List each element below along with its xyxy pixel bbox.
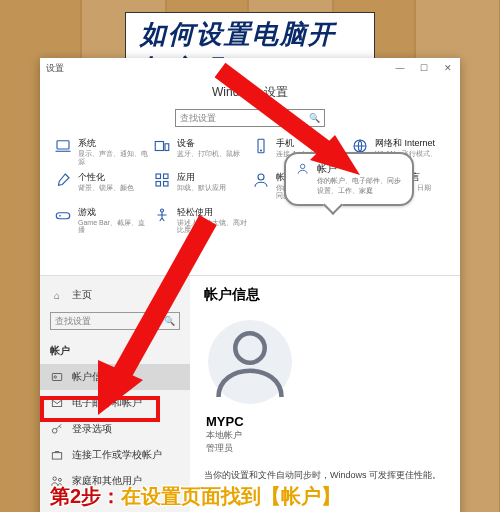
settings-tile-apps[interactable]: 应用卸载、默认应用 xyxy=(153,171,248,199)
sidebar-home[interactable]: ⌂ 主页 xyxy=(40,282,190,308)
svg-rect-2 xyxy=(165,144,169,151)
sidebar: ⌂ 主页 查找设置 🔍 帐户 帐户信息电子邮件和帐户登录选项连接工作或学校帐户家… xyxy=(40,276,190,512)
settings-tile-game[interactable]: 游戏Game Bar、截屏、直播 xyxy=(54,206,149,234)
svg-rect-19 xyxy=(52,453,61,459)
game-icon xyxy=(54,206,72,224)
home-icon: ⌂ xyxy=(50,288,64,302)
bubble-heading: 帐户 xyxy=(317,162,402,176)
minimize-button[interactable]: — xyxy=(388,63,412,73)
tile-heading: 设备 xyxy=(177,137,240,150)
window-title: Windows 设置 xyxy=(40,84,460,101)
account-heading: 帐户信息 xyxy=(204,286,446,304)
svg-point-4 xyxy=(261,150,262,151)
accounts-callout-bubble: 帐户 你的帐户、电子邮件、同步设置、工作、家庭 xyxy=(284,152,414,206)
highlight-signin-options xyxy=(40,396,160,422)
devices-icon xyxy=(153,137,171,155)
settings-tile-devices[interactable]: 设备蓝牙、打印机、鼠标 xyxy=(153,137,248,165)
settings-screenshot: 设置 — ☐ ✕ Windows 设置 查找设置 🔍 系统显示、声音、通知、电源… xyxy=(40,58,460,512)
window-titlebar: 设置 — ☐ ✕ xyxy=(40,58,460,78)
sidebar-item-id[interactable]: 帐户信息 xyxy=(40,364,190,390)
svg-point-22 xyxy=(235,333,264,362)
svg-point-13 xyxy=(161,209,164,212)
tile-heading: 游戏 xyxy=(78,206,149,219)
search-icon: 🔍 xyxy=(164,316,175,326)
sidebar-search-placeholder: 查找设置 xyxy=(55,315,91,328)
search-placeholder: 查找设置 xyxy=(180,112,216,125)
sidebar-item-briefcase[interactable]: 连接工作或学校帐户 xyxy=(40,442,190,468)
svg-rect-6 xyxy=(156,174,161,179)
key-icon xyxy=(50,422,64,436)
sidebar-home-label: 主页 xyxy=(72,288,92,302)
svg-rect-9 xyxy=(164,182,169,187)
account-type: 本地帐户 xyxy=(206,429,446,442)
tile-heading: 个性化 xyxy=(78,171,134,184)
tile-sub: 讲述人、放大镜、高对比度 xyxy=(177,219,248,234)
svg-point-14 xyxy=(300,164,304,168)
svg-point-16 xyxy=(54,376,56,378)
close-button[interactable]: ✕ xyxy=(436,63,460,73)
briefcase-icon xyxy=(50,448,64,462)
svg-point-10 xyxy=(258,174,264,180)
apps-icon xyxy=(153,171,171,189)
svg-point-20 xyxy=(53,477,57,481)
svg-rect-12 xyxy=(56,213,70,219)
bubble-sub: 你的帐户、电子邮件、同步设置、工作、家庭 xyxy=(317,176,402,196)
svg-rect-0 xyxy=(57,141,69,149)
sidebar-search-input[interactable]: 查找设置 🔍 xyxy=(50,312,180,330)
tile-heading: 轻松使用 xyxy=(177,206,248,219)
avatar[interactable] xyxy=(208,320,292,404)
svg-point-21 xyxy=(58,478,61,481)
settings-home-window: 设置 — ☐ ✕ Windows 设置 查找设置 🔍 系统显示、声音、通知、电源… xyxy=(40,58,460,276)
brush-icon xyxy=(54,171,72,189)
tile-sub: 背景、锁屏、颜色 xyxy=(78,184,134,192)
settings-tile-ease[interactable]: 轻松使用讲述人、放大镜、高对比度 xyxy=(153,206,248,234)
settings-tile-laptop[interactable]: 系统显示、声音、通知、电源 xyxy=(54,137,149,165)
tile-sub: Game Bar、截屏、直播 xyxy=(78,219,149,234)
tile-sub: 卸载、默认应用 xyxy=(177,184,226,192)
laptop-icon xyxy=(54,137,72,155)
maximize-button[interactable]: ☐ xyxy=(412,63,436,73)
tile-heading: 系统 xyxy=(78,137,149,150)
step-caption: 第2步：在设置页面找到【帐户】 xyxy=(50,483,341,510)
account-main: 帐户信息 MYPC 本地帐户 管理员 当你的设置和文件自动同步时，Windows… xyxy=(190,276,460,512)
phone-icon xyxy=(252,137,270,155)
tile-heading: 手机 xyxy=(276,137,345,150)
svg-rect-7 xyxy=(164,174,169,179)
account-name: MYPC xyxy=(206,414,446,429)
sidebar-item-label: 连接工作或学校帐户 xyxy=(72,448,162,462)
sidebar-item-label: 帐户信息 xyxy=(72,370,112,384)
svg-point-18 xyxy=(52,428,57,433)
id-icon xyxy=(50,370,64,384)
search-icon: 🔍 xyxy=(309,113,320,123)
ease-icon xyxy=(153,206,171,224)
search-input[interactable]: 查找设置 🔍 xyxy=(175,109,325,127)
tile-heading: 网络和 Internet xyxy=(375,137,446,150)
sidebar-section-label: 帐户 xyxy=(50,344,70,358)
tile-heading: 应用 xyxy=(177,171,226,184)
sidebar-section: 帐户 xyxy=(40,338,190,364)
tile-sub: 蓝牙、打印机、鼠标 xyxy=(177,150,240,158)
tile-sub: 显示、声音、通知、电源 xyxy=(78,150,149,165)
svg-rect-8 xyxy=(156,182,161,187)
account-desc: 当你的设置和文件自动同步时，Windows 可发挥更佳性能。 xyxy=(204,469,446,482)
app-label: 设置 xyxy=(40,62,64,75)
user-icon xyxy=(252,171,270,189)
settings-tile-brush[interactable]: 个性化背景、锁屏、颜色 xyxy=(54,171,149,199)
user-icon xyxy=(296,162,309,177)
svg-rect-1 xyxy=(155,142,163,151)
accounts-window: ⌂ 主页 查找设置 🔍 帐户 帐户信息电子邮件和帐户登录选项连接工作或学校帐户家… xyxy=(40,276,460,512)
sidebar-item-label: 登录选项 xyxy=(72,422,112,436)
account-role: 管理员 xyxy=(206,442,446,455)
